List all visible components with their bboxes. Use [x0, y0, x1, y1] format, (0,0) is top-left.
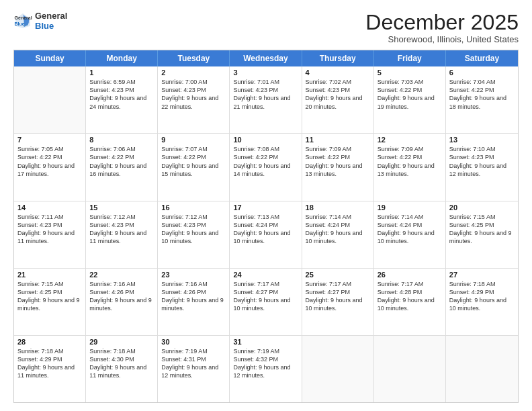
cell-day: 16: [161, 203, 226, 212]
cal-cell-2-6: 20Sunrise: 7:15 AMSunset: 4:25 PMDayligh…: [446, 201, 518, 268]
cell-info: Sunrise: 7:15 AMSunset: 4:25 PMDaylight:…: [449, 213, 515, 246]
cell-info: Sunrise: 7:18 AMSunset: 4:30 PMDaylight:…: [89, 347, 154, 380]
cell-day: 9: [161, 136, 226, 144]
cell-day: 18: [306, 203, 370, 212]
week-row-0: 1Sunrise: 6:59 AMSunset: 4:23 PMDaylight…: [14, 66, 518, 134]
cal-cell-2-3: 17Sunrise: 7:13 AMSunset: 4:24 PMDayligh…: [230, 201, 302, 268]
cell-day: 31: [233, 338, 298, 346]
cell-day: 23: [161, 271, 226, 279]
cell-day: 5: [378, 68, 442, 77]
cell-info: Sunrise: 7:15 AMSunset: 4:25 PMDaylight:…: [17, 280, 82, 313]
cell-info: Sunrise: 7:01 AMSunset: 4:23 PMDaylight:…: [233, 78, 298, 111]
header-wednesday: Wednesday: [230, 50, 302, 66]
cell-info: Sunrise: 7:12 AMSunset: 4:23 PMDaylight:…: [161, 213, 226, 246]
logo-blue: Blue: [35, 21, 67, 31]
cell-day: 27: [449, 271, 515, 279]
svg-text:General: General: [15, 15, 32, 20]
cell-info: Sunrise: 6:59 AMSunset: 4:23 PMDaylight:…: [89, 78, 154, 111]
cell-day: 13: [449, 136, 515, 144]
cell-day: 24: [233, 271, 298, 279]
cell-info: Sunrise: 7:08 AMSunset: 4:22 PMDaylight:…: [233, 145, 298, 178]
location: Shorewood, Illinois, United States: [365, 34, 519, 44]
cell-day: 1: [89, 68, 154, 77]
cal-cell-3-2: 23Sunrise: 7:16 AMSunset: 4:26 PMDayligh…: [158, 269, 230, 335]
cell-info: Sunrise: 7:13 AMSunset: 4:24 PMDaylight:…: [233, 213, 298, 246]
cal-cell-2-2: 16Sunrise: 7:12 AMSunset: 4:23 PMDayligh…: [158, 201, 230, 268]
header-tuesday: Tuesday: [158, 50, 230, 66]
cell-info: Sunrise: 7:12 AMSunset: 4:23 PMDaylight:…: [89, 213, 154, 246]
cell-info: Sunrise: 7:11 AMSunset: 4:23 PMDaylight:…: [17, 213, 82, 246]
week-row-2: 14Sunrise: 7:11 AMSunset: 4:23 PMDayligh…: [14, 201, 518, 269]
svg-text:Blue: Blue: [15, 21, 25, 26]
cell-info: Sunrise: 7:04 AMSunset: 4:22 PMDaylight:…: [449, 78, 515, 111]
week-row-3: 21Sunrise: 7:15 AMSunset: 4:25 PMDayligh…: [14, 269, 518, 336]
month-title: December 2025: [365, 11, 519, 34]
logo-general: General: [35, 11, 67, 21]
calendar: Sunday Monday Tuesday Wednesday Thursday…: [13, 50, 519, 403]
cal-cell-2-5: 19Sunrise: 7:14 AMSunset: 4:24 PMDayligh…: [374, 201, 446, 268]
cal-cell-4-3: 31Sunrise: 7:19 AMSunset: 4:32 PMDayligh…: [230, 336, 302, 402]
cal-cell-3-6: 27Sunrise: 7:18 AMSunset: 4:29 PMDayligh…: [446, 269, 518, 335]
cal-cell-3-4: 25Sunrise: 7:17 AMSunset: 4:27 PMDayligh…: [302, 269, 374, 335]
cal-cell-0-4: 4Sunrise: 7:02 AMSunset: 4:23 PMDaylight…: [302, 66, 374, 133]
cal-cell-1-6: 13Sunrise: 7:10 AMSunset: 4:23 PMDayligh…: [446, 134, 518, 200]
cell-day: 21: [17, 271, 82, 279]
cell-day: 28: [17, 338, 82, 346]
cell-day: 30: [161, 338, 226, 346]
cell-day: 2: [161, 68, 226, 77]
cal-cell-4-1: 29Sunrise: 7:18 AMSunset: 4:30 PMDayligh…: [86, 336, 158, 402]
cell-day: 25: [306, 271, 370, 279]
cell-info: Sunrise: 7:19 AMSunset: 4:31 PMDaylight:…: [161, 347, 226, 380]
title-block: December 2025 Shorewood, Illinois, Unite…: [365, 11, 519, 44]
cal-cell-4-6: [446, 336, 518, 402]
cell-info: Sunrise: 7:18 AMSunset: 4:29 PMDaylight:…: [449, 280, 515, 313]
cal-cell-2-0: 14Sunrise: 7:11 AMSunset: 4:23 PMDayligh…: [14, 201, 86, 268]
cell-day: 26: [378, 271, 442, 279]
cell-info: Sunrise: 7:19 AMSunset: 4:32 PMDaylight:…: [233, 347, 298, 380]
cell-day: 15: [89, 203, 154, 212]
cal-cell-3-3: 24Sunrise: 7:17 AMSunset: 4:27 PMDayligh…: [230, 269, 302, 335]
cell-day: 8: [89, 136, 154, 144]
logo: General Blue General Blue: [13, 11, 67, 31]
header-monday: Monday: [86, 50, 158, 66]
cell-day: 11: [306, 136, 370, 144]
cell-info: Sunrise: 7:17 AMSunset: 4:27 PMDaylight:…: [233, 280, 298, 313]
cell-info: Sunrise: 7:14 AMSunset: 4:24 PMDaylight:…: [378, 213, 442, 246]
calendar-body: 1Sunrise: 6:59 AMSunset: 4:23 PMDaylight…: [14, 66, 518, 402]
cal-cell-0-5: 5Sunrise: 7:03 AMSunset: 4:22 PMDaylight…: [374, 66, 446, 133]
cal-cell-1-0: 7Sunrise: 7:05 AMSunset: 4:22 PMDaylight…: [14, 134, 86, 200]
cell-info: Sunrise: 7:07 AMSunset: 4:22 PMDaylight:…: [161, 145, 226, 178]
cell-info: Sunrise: 7:14 AMSunset: 4:24 PMDaylight:…: [306, 213, 370, 246]
cell-day: 3: [233, 68, 298, 77]
cal-cell-1-3: 10Sunrise: 7:08 AMSunset: 4:22 PMDayligh…: [230, 134, 302, 200]
cell-info: Sunrise: 7:16 AMSunset: 4:26 PMDaylight:…: [161, 280, 226, 313]
cell-info: Sunrise: 7:10 AMSunset: 4:23 PMDaylight:…: [449, 145, 515, 178]
cell-info: Sunrise: 7:02 AMSunset: 4:23 PMDaylight:…: [306, 78, 370, 111]
logo-icon: General Blue: [13, 11, 32, 30]
cell-info: Sunrise: 7:17 AMSunset: 4:28 PMDaylight:…: [378, 280, 442, 313]
cell-info: Sunrise: 7:03 AMSunset: 4:22 PMDaylight:…: [378, 78, 442, 111]
header: General Blue General Blue December 2025 …: [13, 11, 519, 44]
cal-cell-0-3: 3Sunrise: 7:01 AMSunset: 4:23 PMDaylight…: [230, 66, 302, 133]
cell-info: Sunrise: 7:00 AMSunset: 4:23 PMDaylight:…: [161, 78, 226, 111]
cal-cell-2-4: 18Sunrise: 7:14 AMSunset: 4:24 PMDayligh…: [302, 201, 374, 268]
cal-cell-0-2: 2Sunrise: 7:00 AMSunset: 4:23 PMDaylight…: [158, 66, 230, 133]
cal-cell-4-5: [374, 336, 446, 402]
cal-cell-1-1: 8Sunrise: 7:06 AMSunset: 4:22 PMDaylight…: [86, 134, 158, 200]
cell-day: 6: [449, 68, 515, 77]
page: General Blue General Blue December 2025 …: [0, 0, 532, 411]
cal-cell-4-4: [302, 336, 374, 402]
cell-day: 22: [89, 271, 154, 279]
cell-day: 7: [17, 136, 82, 144]
cal-cell-0-0: [14, 66, 86, 133]
cal-cell-0-6: 6Sunrise: 7:04 AMSunset: 4:22 PMDaylight…: [446, 66, 518, 133]
header-thursday: Thursday: [302, 50, 374, 66]
cal-cell-1-4: 11Sunrise: 7:09 AMSunset: 4:22 PMDayligh…: [302, 134, 374, 200]
cell-info: Sunrise: 7:09 AMSunset: 4:22 PMDaylight:…: [306, 145, 370, 178]
cell-info: Sunrise: 7:18 AMSunset: 4:29 PMDaylight:…: [17, 347, 82, 380]
cal-cell-4-2: 30Sunrise: 7:19 AMSunset: 4:31 PMDayligh…: [158, 336, 230, 402]
cell-day: 19: [378, 203, 442, 212]
cal-cell-2-1: 15Sunrise: 7:12 AMSunset: 4:23 PMDayligh…: [86, 201, 158, 268]
week-row-1: 7Sunrise: 7:05 AMSunset: 4:22 PMDaylight…: [14, 134, 518, 201]
cell-info: Sunrise: 7:05 AMSunset: 4:22 PMDaylight:…: [17, 145, 82, 178]
